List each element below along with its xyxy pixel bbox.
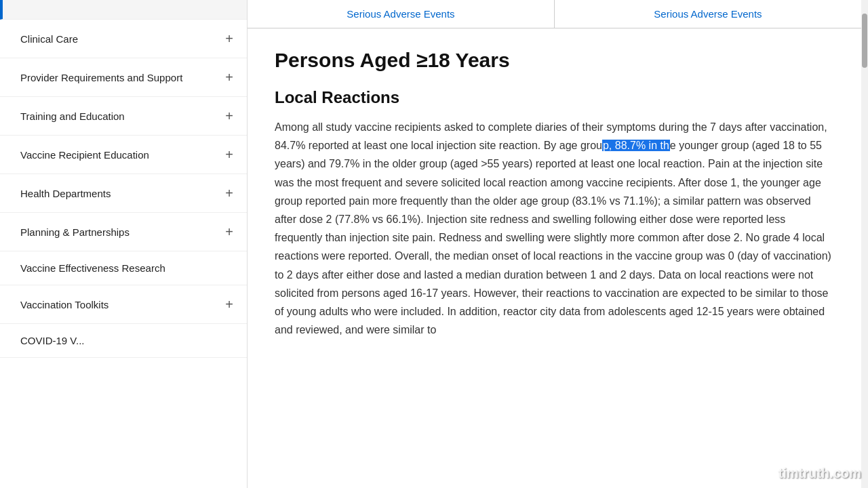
expand-icon-toolkits[interactable]: + [225, 295, 233, 314]
expand-icon-planning[interactable]: + [225, 222, 233, 241]
expand-icon-health-depts[interactable]: + [225, 184, 233, 203]
sidebar-item-clinical-care[interactable]: Clinical Care + [0, 20, 247, 58]
scrollbar[interactable] [861, 0, 868, 488]
expand-icon-training[interactable]: + [225, 106, 233, 125]
sidebar-item-training-education[interactable]: Training and Education + [0, 97, 247, 136]
sidebar-item-planning-partnerships[interactable]: Planning & Partnerships + [0, 213, 247, 251]
sidebar-item-provider-requirements[interactable]: Provider Requirements and Support + [0, 58, 247, 97]
text-after-highlight: e younger group (aged 18 to 55 years) an… [275, 140, 831, 336]
main-content[interactable]: Persons Aged ≥18 Years Local Reactions A… [248, 28, 861, 488]
sidebar-item-covid-more[interactable]: COVID-19 V... [0, 324, 247, 358]
body-paragraph: Among all study vaccine recipients asked… [275, 118, 834, 339]
sidebar-item-health-departments[interactable]: Health Departments + [0, 174, 247, 213]
tab-serious-adverse-2[interactable]: Serious Adverse Events [555, 0, 861, 28]
expand-icon-provider[interactable]: + [225, 68, 233, 87]
sidebar-item-vaccine-effectiveness[interactable]: Vaccine Effectiveness Research [0, 251, 247, 285]
expand-icon-clinical-care[interactable]: + [225, 29, 233, 48]
tabs-bar: Serious Adverse Events Serious Adverse E… [248, 0, 861, 28]
expand-icon-vaccine-recipient[interactable]: + [225, 145, 233, 164]
local-reactions-heading: Local Reactions [275, 88, 834, 107]
sidebar-item-active-top [0, 0, 247, 20]
scroll-thumb[interactable] [862, 14, 867, 68]
highlighted-text: p, 88.7% in th [602, 140, 670, 151]
tab-serious-adverse-1[interactable]: Serious Adverse Events [248, 0, 555, 28]
sidebar-item-vaccine-recipient[interactable]: Vaccine Recipient Education + [0, 136, 247, 174]
content-wrapper: Serious Adverse Events Serious Adverse E… [248, 0, 861, 488]
sidebar-item-vaccination-toolkits[interactable]: Vaccination Toolkits + [0, 285, 247, 324]
sidebar: Clinical Care + Provider Requirements an… [0, 0, 248, 488]
page-title: Persons Aged ≥18 Years [275, 49, 834, 72]
